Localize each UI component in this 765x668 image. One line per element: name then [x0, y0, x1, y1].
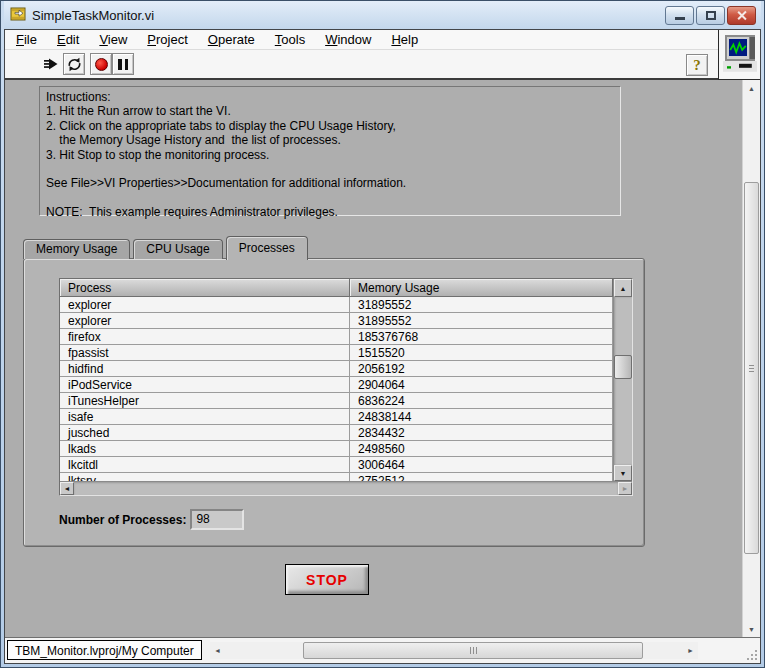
table-header: Process Memory Usage [60, 279, 613, 297]
scroll-track[interactable] [225, 642, 683, 659]
menu-help[interactable]: Help [384, 31, 425, 48]
project-context-label[interactable]: TBM_Monitor.lvproj/My Computer [7, 640, 202, 660]
close-icon [736, 10, 747, 21]
scroll-thumb[interactable] [614, 355, 632, 379]
table-row[interactable]: iPodService2904064 [60, 377, 613, 393]
run-button[interactable] [41, 53, 63, 75]
process-count-value: 98 [190, 509, 244, 530]
table-rows: explorer31895552 explorer31895552 firefo… [60, 297, 613, 481]
table-row[interactable]: firefox185376768 [60, 329, 613, 345]
column-header-process[interactable]: Process [60, 279, 350, 297]
close-button[interactable] [727, 6, 756, 25]
process-count: Number of Processes: 98 [59, 509, 244, 530]
instructions-line [46, 162, 614, 176]
status-bar: TBM_Monitor.lvproj/My Computer ◄ ► [5, 637, 760, 663]
table-row[interactable]: lktsrv2752512 [60, 473, 613, 481]
instructions-line: Instructions: [46, 90, 614, 104]
menu-edit[interactable]: Edit [50, 31, 86, 48]
process-count-label: Number of Processes: [59, 513, 186, 527]
resize-grip[interactable] [745, 648, 757, 660]
tab-processes[interactable]: Processes [226, 236, 308, 260]
table-row[interactable]: iTunesHelper6836224 [60, 393, 613, 409]
table-row[interactable]: lkads2498560 [60, 441, 613, 457]
instructions-line [46, 191, 614, 205]
run-continuous-button[interactable] [63, 53, 85, 75]
tab-page-processes: Process Memory Usage explorer31895552 ex… [23, 258, 645, 547]
toolbar: ? [5, 50, 760, 80]
scroll-left-button[interactable]: ◄ [60, 482, 74, 495]
minimize-button[interactable] [665, 6, 694, 25]
pause-icon [118, 59, 128, 70]
column-header-memory-usage[interactable]: Memory Usage [350, 279, 613, 297]
stop-button-label: STOP [306, 572, 348, 588]
table-horizontal-scrollbar: ◄ ► [60, 481, 632, 495]
menu-file[interactable]: File [9, 31, 44, 48]
thumb-grip [749, 368, 754, 369]
scroll-right-button[interactable]: ► [683, 642, 698, 659]
pause-button[interactable] [112, 53, 134, 75]
table-row[interactable]: isafe24838144 [60, 409, 613, 425]
thumb-grip [473, 647, 474, 654]
scroll-up-button[interactable]: ▲ [614, 279, 632, 297]
instructions-line: NOTE: This example requires Administrato… [46, 205, 614, 219]
scroll-up-button[interactable]: ▲ [743, 80, 760, 96]
stop-button[interactable]: STOP [285, 564, 369, 595]
context-help-button[interactable]: ? [686, 54, 708, 76]
instructions-line: 3. Hit Stop to stop the monitoring proce… [46, 148, 614, 162]
table-row[interactable]: explorer31895552 [60, 297, 613, 313]
menu-window[interactable]: Window [318, 31, 378, 48]
tab-memory-usage[interactable]: Memory Usage [23, 239, 130, 259]
process-table: Process Memory Usage explorer31895552 ex… [59, 278, 633, 496]
app-window: SimpleTaskMonitor.vi File Edit View Proj… [0, 0, 765, 668]
panel-vertical-scrollbar: ▲ ▼ [742, 80, 760, 637]
front-panel: Instructions: 1. Hit the Run arrow to st… [5, 80, 760, 637]
scroll-track[interactable] [743, 96, 760, 621]
abort-icon [95, 58, 108, 71]
instructions-box: Instructions: 1. Hit the Run arrow to st… [39, 86, 621, 216]
tab-cpu-usage[interactable]: CPU Usage [133, 239, 222, 259]
scroll-thumb[interactable] [303, 642, 643, 659]
instructions-line: See File>>VI Properties>>Documentation f… [46, 176, 614, 190]
tab-strip: Memory Usage CPU Usage Processes [23, 235, 311, 259]
instructions-line: the Memory Usage History and the list of… [46, 133, 614, 147]
instructions-line: 2. Click on the appropriate tabs to disp… [46, 119, 614, 133]
table-row[interactable]: explorer31895552 [60, 313, 613, 329]
panel-horizontal-scrollbar: ◄ ► [210, 642, 698, 659]
maximize-button[interactable] [696, 6, 725, 25]
table-row[interactable]: jusched2834432 [60, 425, 613, 441]
vi-panel-icon[interactable] [718, 30, 760, 80]
scroll-down-button[interactable]: ▼ [743, 621, 760, 637]
menu-operate[interactable]: Operate [201, 31, 262, 48]
menu-bar: File Edit View Project Operate Tools Win… [5, 30, 760, 50]
run-arrow-icon [44, 57, 60, 71]
window-title: SimpleTaskMonitor.vi [32, 8, 154, 23]
scroll-down-button[interactable]: ▼ [614, 465, 632, 481]
maximize-icon [706, 11, 716, 20]
menu-tools[interactable]: Tools [268, 31, 312, 48]
table-row[interactable]: lkcitdl3006464 [60, 457, 613, 473]
menu-view[interactable]: View [92, 31, 134, 48]
title-bar: SimpleTaskMonitor.vi [4, 1, 761, 29]
vi-file-icon [10, 6, 26, 25]
scroll-right-button[interactable]: ► [618, 482, 632, 495]
scroll-track[interactable] [74, 482, 618, 495]
instructions-line: 1. Hit the Run arrow to start the VI. [46, 104, 614, 118]
table-vertical-scrollbar: ▲ ▼ [613, 279, 632, 481]
scroll-track[interactable] [614, 297, 632, 465]
table-row[interactable]: fpassist1515520 [60, 345, 613, 361]
table-row[interactable]: hidfind2056192 [60, 361, 613, 377]
abort-button[interactable] [90, 53, 112, 75]
menu-project[interactable]: Project [140, 31, 194, 48]
scroll-left-button[interactable]: ◄ [210, 642, 225, 659]
client-area: File Edit View Project Operate Tools Win… [4, 29, 761, 664]
run-continuous-icon [67, 57, 82, 72]
minimize-icon [675, 17, 685, 20]
scroll-thumb[interactable] [744, 182, 759, 554]
